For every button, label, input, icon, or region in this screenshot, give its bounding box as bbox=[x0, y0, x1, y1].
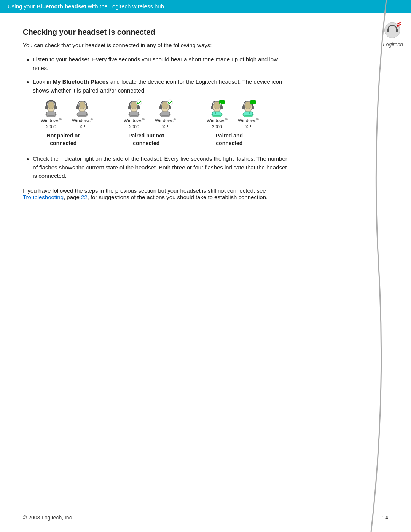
intro-text: You can check that your headset is conne… bbox=[23, 42, 289, 48]
follow-up-text-2: , page bbox=[64, 194, 81, 200]
svg-point-34 bbox=[214, 101, 220, 109]
bullet-3-text: Check the indicator light on the side of… bbox=[33, 155, 289, 181]
headset-icon-connected-xp bbox=[240, 99, 256, 117]
status-label-paired-not-connected: Paired but notconnected bbox=[116, 132, 177, 147]
svg-rect-31 bbox=[161, 112, 170, 115]
icon-pair-not-paired-xp: Windows®XP bbox=[69, 99, 96, 130]
headset-icon-not-paired-2000 bbox=[43, 99, 59, 117]
icon-pair-not-paired-2000: Windows®2000 bbox=[38, 99, 64, 130]
win-label-connected-2000: Windows®2000 bbox=[207, 118, 228, 130]
bullet-2: Look in My Bluetooth Places and locate t… bbox=[27, 78, 289, 149]
svg-rect-28 bbox=[159, 106, 162, 109]
headset-icon-paired-xp bbox=[157, 99, 174, 117]
bullet-1-text: Listen to your headset. Every five secon… bbox=[33, 55, 289, 72]
svg-line-3 bbox=[397, 22, 401, 24]
win-label-not-paired-2000: Windows®2000 bbox=[41, 118, 62, 130]
bullet-1: Listen to your headset. Every five secon… bbox=[27, 55, 289, 72]
header-text: Using your Bluetooth headset with the Lo… bbox=[8, 3, 164, 10]
icon-pair-paired-2000: Windows®2000 bbox=[121, 99, 147, 130]
svg-rect-36 bbox=[220, 106, 223, 109]
icon-group-not-paired: Windows®2000 bbox=[33, 99, 100, 147]
footer: © 2003 Logitech, Inc. 14 bbox=[0, 514, 411, 521]
bullet-list: Listen to your headset. Every five secon… bbox=[23, 55, 289, 181]
copyright-text: © 2003 Logitech, Inc. bbox=[23, 514, 73, 521]
svg-rect-18 bbox=[78, 112, 87, 115]
svg-line-5 bbox=[397, 27, 401, 27]
svg-rect-29 bbox=[169, 106, 171, 109]
icon-group-paired-not-connected: Windows®2000 bbox=[116, 99, 183, 147]
icon-group-paired-connected: Windows®2000 bbox=[199, 99, 266, 147]
svg-point-47 bbox=[245, 101, 251, 109]
svg-point-27 bbox=[162, 101, 168, 109]
svg-rect-48 bbox=[242, 106, 245, 109]
svg-point-20 bbox=[131, 101, 137, 109]
follow-up-text-1: If you have followed the steps in the pr… bbox=[23, 187, 266, 194]
page-ref-link[interactable]: 22 bbox=[81, 194, 88, 200]
headset-icon-not-paired-xp bbox=[74, 99, 91, 117]
svg-rect-16 bbox=[86, 106, 88, 109]
icon-pair-paired-xp: Windows®XP bbox=[152, 99, 178, 130]
follow-up-text-3: , for suggestions of the actions you sho… bbox=[88, 194, 268, 200]
win-label-not-paired-xp: Windows®XP bbox=[72, 118, 93, 130]
status-label-paired-connected: Paired andconnected bbox=[199, 132, 260, 147]
page-title: Checking your headset is connected bbox=[23, 28, 289, 37]
svg-rect-24 bbox=[129, 112, 139, 115]
win-label-paired-not-connected-xp: Windows®XP bbox=[155, 118, 176, 130]
icon-pair-connected-xp: Windows®XP bbox=[235, 99, 261, 130]
win-label-paired-2000: Windows®2000 bbox=[124, 118, 145, 130]
svg-rect-38 bbox=[212, 112, 221, 115]
troubleshooting-link[interactable]: Troubleshooting bbox=[23, 194, 64, 200]
icon-group-paired-connected-icons: Windows®2000 bbox=[204, 99, 261, 130]
headset-icon-connected-2000 bbox=[209, 99, 225, 117]
svg-rect-12 bbox=[46, 112, 56, 115]
decorative-curve bbox=[367, 0, 390, 532]
headset-icon-paired-2000 bbox=[126, 99, 142, 117]
icon-group-paired-not-connected-icons: Windows®2000 bbox=[121, 99, 178, 130]
status-label-not-paired: Not paired orconnected bbox=[33, 132, 94, 147]
page-number: 14 bbox=[382, 514, 388, 521]
svg-rect-49 bbox=[252, 106, 254, 109]
svg-rect-35 bbox=[211, 106, 213, 109]
svg-rect-51 bbox=[244, 112, 253, 115]
svg-point-8 bbox=[48, 101, 54, 109]
follow-up-paragraph: If you have followed the steps in the pr… bbox=[23, 187, 289, 200]
header-suffix: with the Logitech wireless hub bbox=[86, 3, 164, 10]
svg-rect-10 bbox=[54, 106, 57, 109]
svg-rect-15 bbox=[76, 106, 79, 109]
bullet-3: Check the indicator light on the side of… bbox=[27, 155, 289, 181]
win-label-connected-xp: Windows®XP bbox=[238, 118, 259, 130]
svg-rect-2 bbox=[396, 29, 398, 32]
bullet-2-text: Look in My Bluetooth Places and locate t… bbox=[33, 78, 289, 149]
svg-rect-22 bbox=[137, 106, 140, 109]
header-bold: Bluetooth headset bbox=[37, 3, 86, 10]
svg-rect-9 bbox=[45, 106, 48, 109]
icon-group-not-paired-icons: Windows®2000 bbox=[38, 99, 96, 130]
header-bar: Using your Bluetooth headset with the Lo… bbox=[0, 0, 411, 13]
header-prefix: Using your bbox=[8, 3, 37, 10]
icon-pair-connected-2000: Windows®2000 bbox=[204, 99, 230, 130]
svg-point-14 bbox=[79, 101, 85, 109]
main-content: Checking your headset is connected You c… bbox=[0, 13, 312, 216]
icon-groups-container: Windows®2000 bbox=[33, 99, 289, 147]
svg-rect-21 bbox=[128, 106, 131, 109]
